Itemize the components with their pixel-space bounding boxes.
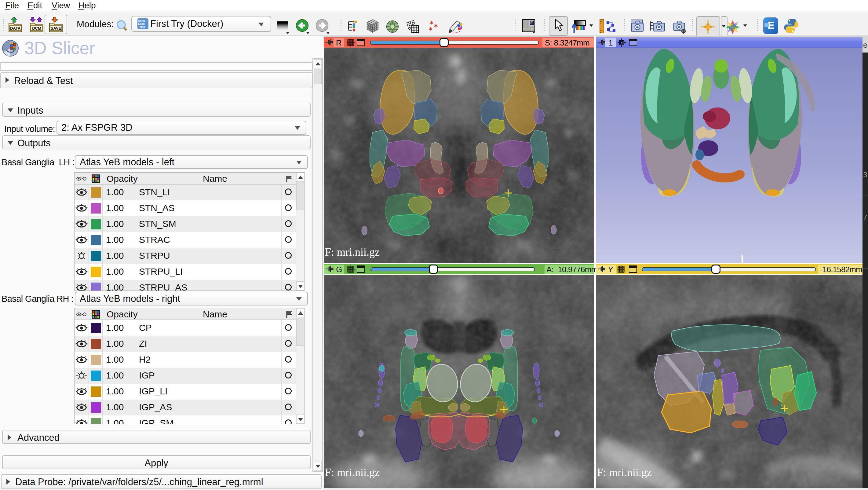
svg-text:DCM: DCM <box>32 26 41 31</box>
svg-text:SAVE: SAVE <box>51 26 61 31</box>
svg-text:DATA: DATA <box>10 26 21 31</box>
svg-text:F: mri.nii.gz: F: mri.nii.gz <box>597 466 652 479</box>
svg-text:F: mri.nii.gz: F: mri.nii.gz <box>325 246 380 258</box>
svg-text:F: mri.nii.gz: F: mri.nii.gz <box>325 466 380 479</box>
